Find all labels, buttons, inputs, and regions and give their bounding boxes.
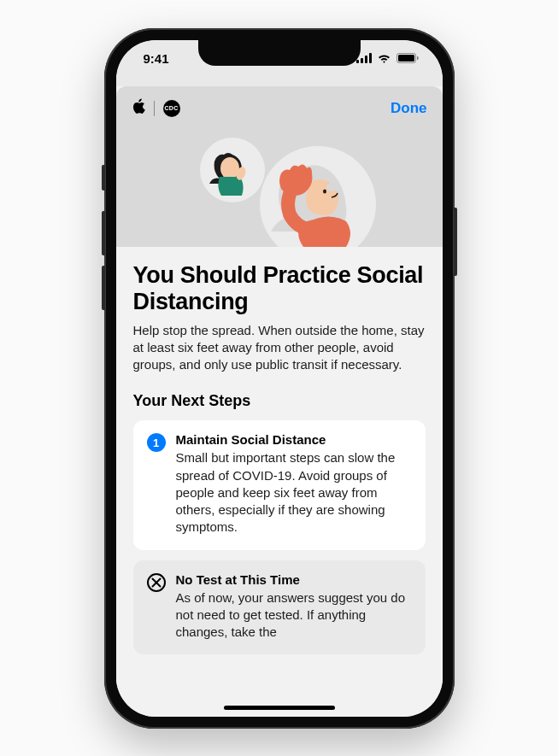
svg-point-11 [323,189,326,193]
svg-rect-5 [398,55,414,62]
page-description: Help stop the spread. When outside the h… [133,322,426,374]
svg-rect-2 [365,56,367,63]
done-button[interactable]: Done [391,100,427,117]
svg-rect-0 [356,60,359,63]
step-card-no-test[interactable]: No Test at This Time As of now, your ans… [133,560,426,655]
wifi-icon [377,51,391,66]
modal-sheet: CDC Done [116,86,443,717]
step-number-badge: 1 [147,433,166,452]
sheet-body: You Should Practice Social Distancing He… [116,247,443,681]
page-title: You Should Practice Social Distancing [133,262,426,315]
svg-point-12 [326,183,337,191]
status-time: 9:41 [144,51,169,66]
phone-device-frame: 9:41 [104,28,455,729]
svg-rect-3 [369,53,372,63]
step-card-maintain-distance[interactable]: 1 Maintain Social Distance Small but imp… [133,420,426,549]
cancel-circle-icon [147,573,166,592]
battery-icon [396,51,419,66]
apple-logo-icon [132,98,145,119]
logo-divider [154,101,155,116]
phone-power-button [454,208,457,276]
phone-notch [198,40,361,66]
cdc-logo-icon: CDC [163,100,180,117]
step-description: Small but important steps can slow the s… [176,449,412,536]
phone-side-buttons [102,165,105,320]
hero-illustration [160,127,399,247]
next-steps-heading: Your Next Steps [133,392,426,410]
step-description: As of now, your answers suggest you do n… [176,589,412,642]
sheet-hero-header: CDC Done [116,86,443,247]
svg-rect-6 [417,56,419,60]
phone-screen: 9:41 [116,40,443,717]
home-indicator[interactable] [224,706,335,710]
svg-rect-1 [361,58,363,63]
step-title: No Test at This Time [176,572,412,587]
brand-logos: CDC [132,98,180,119]
step-title: Maintain Social Distance [176,432,412,447]
